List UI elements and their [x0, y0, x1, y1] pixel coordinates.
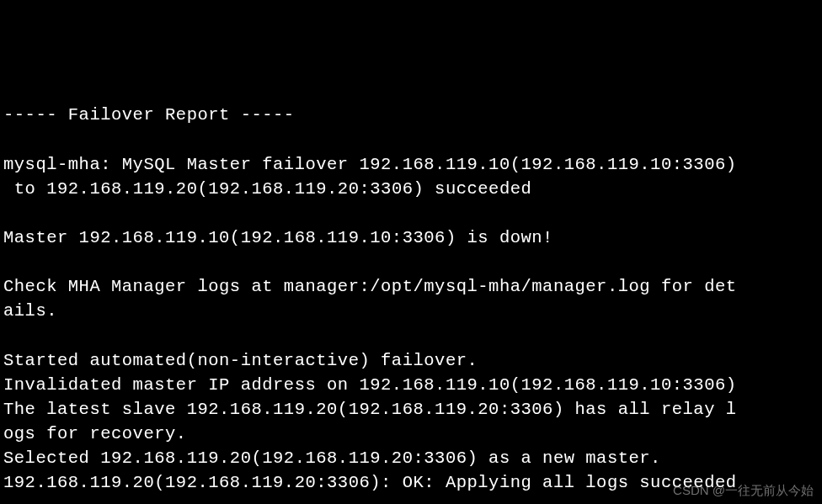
- terminal-output: ----- Failover Report ----- mysql-mha: M…: [3, 103, 819, 504]
- watermark-text: CSDN @一往无前从今始: [673, 481, 814, 499]
